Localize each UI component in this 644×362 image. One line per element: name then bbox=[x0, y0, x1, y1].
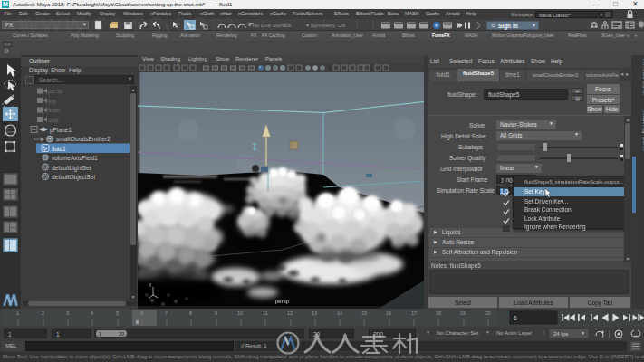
svg-text:persp: persp bbox=[275, 299, 290, 304]
svg-text:pPlane1: pPlane1 bbox=[50, 127, 72, 134]
svg-text:13: 13 bbox=[312, 310, 317, 316]
svg-text:top: top bbox=[48, 98, 56, 105]
svg-text:defaultLightSet: defaultLightSet bbox=[52, 165, 91, 172]
svg-text:smallCloudsEmitter2: smallCloudsEmitter2 bbox=[56, 136, 111, 142]
svg-text:9: 9 bbox=[215, 310, 217, 316]
svg-text:15: 15 bbox=[361, 310, 367, 316]
svg-text:1: 1 bbox=[16, 310, 19, 316]
svg-text:6: 6 bbox=[514, 315, 517, 321]
svg-text:6: 6 bbox=[140, 310, 143, 316]
svg-text:side: side bbox=[48, 117, 59, 123]
svg-text:18: 18 bbox=[436, 310, 441, 316]
svg-text:5: 5 bbox=[116, 310, 119, 316]
svg-text:11: 11 bbox=[263, 310, 268, 316]
svg-text:2: 2 bbox=[42, 310, 44, 316]
svg-text:8: 8 bbox=[189, 310, 192, 316]
svg-text:17: 17 bbox=[411, 310, 417, 316]
svg-text:12: 12 bbox=[287, 310, 293, 316]
svg-text:persp: persp bbox=[48, 88, 63, 95]
svg-text:volumeAxisField1: volumeAxisField1 bbox=[52, 155, 98, 161]
svg-text:14: 14 bbox=[337, 310, 342, 316]
svg-text:16: 16 bbox=[386, 310, 391, 316]
svg-text:4: 4 bbox=[91, 310, 93, 316]
svg-text:front: front bbox=[48, 107, 60, 113]
svg-text:20: 20 bbox=[485, 310, 491, 316]
svg-text:7: 7 bbox=[165, 310, 168, 316]
svg-text:10: 10 bbox=[237, 310, 243, 316]
svg-text:fluid1: fluid1 bbox=[52, 146, 66, 152]
svg-text:defaultObjectSet: defaultObjectSet bbox=[52, 174, 95, 181]
svg-text:19: 19 bbox=[460, 310, 466, 316]
svg-text:3: 3 bbox=[66, 310, 69, 316]
